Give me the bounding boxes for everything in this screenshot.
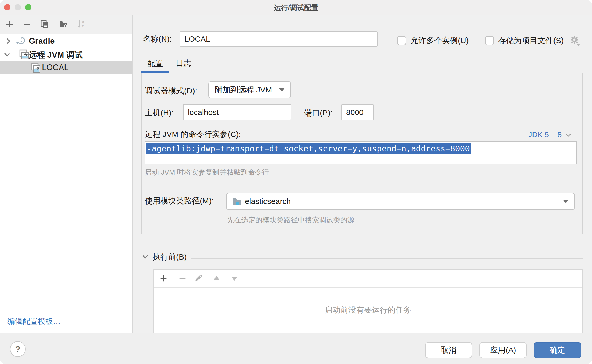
sidebar-divider <box>132 15 133 333</box>
tasks-toolbar <box>154 270 582 288</box>
chevron-down-icon <box>563 200 569 203</box>
module-classpath-value: elasticsearch <box>242 197 291 206</box>
svg-text:z: z <box>82 24 84 28</box>
before-launch-tasks-panel: 启动前没有要运行的任务 <box>153 269 583 333</box>
edit-configuration-templates-link[interactable]: 编辑配置模板… <box>7 316 61 327</box>
tree-item-remote-jvm-debug[interactable]: 远程 JVM 调试 <box>0 48 132 61</box>
store-as-project-file-label[interactable]: 存储为项目文件(S) <box>498 36 564 46</box>
move-down-icon <box>230 274 239 283</box>
move-up-icon <box>212 274 221 283</box>
window-title: 运行/调试配置 <box>0 3 592 13</box>
allow-multiple-instances-checkbox[interactable] <box>397 36 406 45</box>
chevron-down-icon[interactable] <box>4 51 10 58</box>
chevron-right-icon[interactable] <box>5 38 12 45</box>
apply-button[interactable]: 应用(A) <box>479 342 527 358</box>
debugger-mode-value: 附加到远程 JVM <box>209 85 272 95</box>
tree-item-gradle[interactable]: Gradle <box>0 35 132 48</box>
help-button[interactable]: ? <box>10 341 26 357</box>
port-label: 端口(P): <box>304 108 332 118</box>
new-folder-icon[interactable] <box>59 19 68 29</box>
run-debug-configurations-dialog: 运行/调试配置 a z <box>0 0 592 364</box>
collapse-section-icon[interactable] <box>142 253 149 260</box>
cancel-button[interactable]: 取消 <box>425 342 472 358</box>
jvm-args-hint: 启动 JVM 时将实参复制并粘贴到命令行 <box>145 168 269 177</box>
configurations-tree-panel <box>0 34 132 333</box>
before-launch-title[interactable]: 执行前(B) <box>153 252 187 262</box>
module-classpath-label: 使用模块类路径(M): <box>145 196 214 206</box>
jvm-args-label: 远程 JVM 的命令行实参(C): <box>145 129 241 139</box>
tab-configuration[interactable]: 配置 <box>141 56 169 71</box>
debugger-mode-select[interactable]: 附加到远程 JVM <box>208 81 291 98</box>
jdk-version-text: JDK 5 – 8 <box>528 130 562 139</box>
svg-text:a: a <box>82 19 84 23</box>
jdk-version-link[interactable]: JDK 5 – 8 <box>528 130 572 139</box>
section-divider <box>191 258 583 259</box>
title-bar: 运行/调试配置 <box>0 0 592 15</box>
tree-item-label[interactable]: LOCAL <box>42 63 69 72</box>
remove-task-icon <box>178 274 187 283</box>
chevron-down-icon <box>279 88 285 92</box>
name-input[interactable] <box>180 31 378 47</box>
store-as-project-file-checkbox[interactable] <box>485 36 494 45</box>
tree-item-label[interactable]: 远程 JVM 调试 <box>29 49 83 60</box>
tree-item-label[interactable]: Gradle <box>29 36 55 46</box>
sidebar-toolbar: a z <box>0 15 132 34</box>
edit-task-icon <box>194 274 203 283</box>
chevron-down-icon <box>565 133 572 138</box>
tab-logs[interactable]: 日志 <box>169 56 198 71</box>
module-icon <box>232 197 242 206</box>
module-classpath-hint: 先在选定的模块类路径中搜索调试类的源 <box>227 215 354 225</box>
remote-debug-config-icon <box>19 49 29 60</box>
debugger-mode-label: 调试器模式(D): <box>145 86 197 96</box>
add-task-icon[interactable] <box>159 274 168 283</box>
sort-alpha-icon: a z <box>76 19 85 29</box>
no-tasks-placeholder: 启动前没有要运行的任务 <box>154 305 582 316</box>
active-tab-indicator <box>141 71 169 73</box>
port-input[interactable] <box>341 104 374 120</box>
remote-debug-config-icon <box>30 63 41 73</box>
jvm-args-selected-text: -agentlib:jdwp=transport=dt_socket,serve… <box>146 143 471 154</box>
gradle-icon <box>15 37 26 46</box>
store-options-gear-icon[interactable] <box>569 35 581 47</box>
jvm-args-field[interactable]: -agentlib:jdwp=transport=dt_socket,serve… <box>145 141 577 164</box>
ok-button[interactable]: 确定 <box>534 342 581 358</box>
copy-configuration-icon[interactable] <box>40 19 49 29</box>
add-configuration-icon[interactable] <box>5 19 14 29</box>
tree-item-local-selected[interactable]: LOCAL <box>0 61 132 74</box>
host-label: 主机(H): <box>145 108 174 118</box>
module-classpath-select[interactable]: elasticsearch <box>226 193 575 210</box>
host-input[interactable] <box>183 104 291 120</box>
remove-configuration-icon[interactable] <box>22 19 31 29</box>
name-label: 名称(N): <box>143 34 172 44</box>
allow-multiple-instances-label[interactable]: 允许多个实例(U) <box>411 36 469 46</box>
